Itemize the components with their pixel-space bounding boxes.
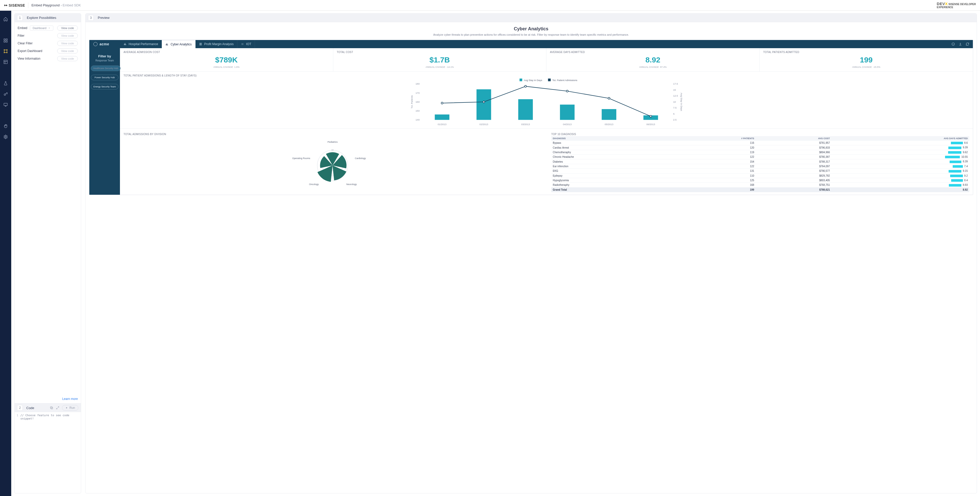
table-row[interactable]: EKG131$790,577 9.15: [551, 169, 969, 173]
filter-chip[interactable]: Energy Security Team: [91, 84, 118, 89]
svg-point-6: [4, 52, 5, 53]
home-icon[interactable]: [3, 17, 8, 21]
row-clearfilter[interactable]: Clear Filter: [18, 41, 33, 45]
tab-hospital-performance[interactable]: Hospital Performance: [120, 40, 162, 48]
viewcode-export[interactable]: View code: [57, 48, 78, 54]
copy-icon[interactable]: [50, 406, 53, 410]
polar-title: TOTAL ADMISSIONS BY DIVISION: [124, 130, 542, 136]
svg-text:12.5: 12.5: [673, 94, 678, 97]
svg-rect-36: [560, 105, 574, 120]
svg-text:160: 160: [415, 100, 420, 103]
breadcrumb: Embed Playground › Embed SDK: [32, 3, 81, 7]
kpi-card: AVERAGE DAYS ADMITTED8.92ANNUAL CHANGE 8…: [546, 48, 760, 71]
nav-rail: [0, 11, 11, 496]
svg-point-7: [6, 52, 7, 53]
svg-text:2.5: 2.5: [673, 118, 676, 121]
info-icon[interactable]: [951, 42, 955, 46]
table-row[interactable]: Radiotheraphy168$768,751 8.93: [551, 183, 969, 187]
svg-text:5: 5: [673, 113, 675, 115]
learn-more-link[interactable]: Learn more: [62, 397, 78, 401]
svg-rect-35: [518, 99, 533, 120]
table-row[interactable]: Diabetes154$788,317 8.39: [551, 159, 969, 164]
nodes-icon[interactable]: [3, 49, 8, 54]
svg-text:Oncology: Oncology: [309, 183, 319, 185]
preview-panel: 3 Preview Cyber Analytics Analyze cyber …: [85, 13, 977, 493]
dash-desc: Analyze cyber threats to plan preventive…: [89, 33, 973, 36]
table-row[interactable]: Hypoglycemia125$803,405 8.4: [551, 178, 969, 182]
svg-point-40: [483, 101, 485, 103]
svg-rect-3: [6, 41, 7, 42]
tab-profit-margin-analysis[interactable]: Profit Margin Analysis: [196, 40, 237, 48]
svg-text:1K: 1K: [331, 149, 334, 151]
svg-text:06/2013: 06/2013: [646, 123, 655, 126]
explore-header: 1 Explore Possibilities: [14, 14, 81, 22]
tab-iot[interactable]: IOT: [237, 40, 255, 48]
acme-mark-icon: [94, 42, 97, 46]
svg-text:Avg Stay in Days: Avg Stay in Days: [680, 93, 683, 111]
key-icon[interactable]: [3, 92, 8, 96]
viewcode-clearfilter[interactable]: View code: [57, 41, 78, 46]
gear-icon[interactable]: [3, 135, 8, 139]
filter-chip[interactable]: Power Security Hub: [91, 74, 118, 80]
svg-rect-31: [548, 79, 551, 81]
svg-text:01/2013: 01/2013: [438, 123, 446, 126]
viewcode-filter[interactable]: View code: [57, 33, 78, 38]
kpi-card: TOTAL PATIENTS ADMITTED199ANNUAL CHANGE …: [760, 48, 973, 71]
svg-point-5: [6, 49, 7, 50]
svg-rect-12: [51, 407, 53, 409]
run-button[interactable]: Run: [62, 405, 78, 410]
sisense-logo: SISENSE: [4, 3, 25, 7]
svg-rect-1: [6, 39, 7, 40]
table-row[interactable]: Chronic Headache122$780,387 10.55: [551, 155, 969, 159]
table-row[interactable]: Ear infenction122$764,097 7.4: [551, 164, 969, 168]
devx-logo: DEVX SISENSE DEVELOPER EXPERIENCE: [937, 2, 976, 9]
left-panel: 1 Explore Possibilities Embed Dashboard …: [14, 13, 81, 493]
table-row[interactable]: Cardiac Arrest120$796,833 9.39: [551, 145, 969, 150]
grid-icon[interactable]: [3, 38, 8, 43]
tab-cyber-analytics[interactable]: Cyber Analytics: [162, 40, 196, 48]
svg-rect-8: [4, 60, 7, 64]
flask-icon[interactable]: [3, 81, 8, 86]
explore-title: Explore Possibilities: [27, 16, 56, 20]
embed-select[interactable]: Dashboard: [30, 25, 53, 30]
table-row[interactable]: Bypass116$781,957 8.6: [551, 141, 969, 145]
preview-header: 3 Preview: [86, 14, 977, 22]
svg-text:Tot. Patients: Tot. Patients: [410, 95, 413, 108]
svg-rect-34: [476, 89, 491, 120]
logo-text: SISENSE: [9, 3, 25, 7]
embed-label: Embed: [18, 26, 27, 30]
svg-rect-0: [4, 39, 5, 40]
crumb-root[interactable]: Embed Playground: [32, 3, 60, 7]
hand-icon[interactable]: [3, 124, 8, 128]
row-filter[interactable]: Filter: [18, 34, 24, 38]
table-row[interactable]: Epilepsy110$829,782 9.2: [551, 173, 969, 178]
row-export[interactable]: Export Dashboard: [18, 49, 42, 53]
svg-text:05/2013: 05/2013: [605, 123, 613, 126]
svg-text:15: 15: [673, 89, 676, 91]
filter-chip[interactable]: Healthcare Security Hub: [91, 65, 121, 71]
divisions-chart: 1K10010PediatricsCardiologyNeurologyOnco…: [124, 136, 542, 190]
svg-text:Avg Stay in Days: Avg Stay in Days: [524, 79, 542, 82]
svg-text:10: 10: [673, 100, 676, 103]
svg-point-42: [566, 90, 568, 92]
layout-icon[interactable]: [3, 60, 8, 64]
download-icon[interactable]: [959, 42, 962, 46]
svg-point-4: [4, 49, 5, 50]
expand-icon[interactable]: [56, 406, 59, 410]
kpi-card: TOTAL COST$1.7BANNUAL CHANGE -14.1%: [333, 48, 547, 71]
row-viewinfo[interactable]: View Information: [18, 57, 40, 60]
table-row[interactable]: Chemotheraphy119$804,966 9.62: [551, 150, 969, 154]
svg-point-9: [4, 94, 6, 95]
viewcode-viewinfo[interactable]: View code: [57, 56, 78, 61]
refresh-icon[interactable]: [966, 42, 969, 46]
svg-text:Neurology: Neurology: [346, 183, 357, 185]
svg-text:Tot. Patient Admissions: Tot. Patient Admissions: [552, 79, 577, 82]
tab-icon: [165, 43, 169, 46]
viewcode-embed[interactable]: View code: [57, 25, 78, 30]
chart1-title: TOTAL PATIENT ADMISSIONS & LENGTH OF STA…: [120, 71, 973, 78]
sisense-mark-icon: [4, 3, 8, 7]
acme-brand: acme: [89, 40, 120, 48]
monitor-icon[interactable]: [3, 103, 8, 107]
svg-text:170: 170: [415, 92, 420, 94]
filter-sidebar: Filter by Response Team Healthcare Secur…: [89, 48, 120, 195]
